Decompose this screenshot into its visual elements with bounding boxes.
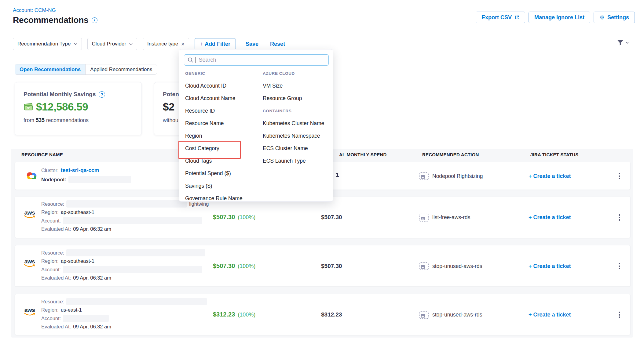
filter-option-resource-id[interactable]: Resource ID [185,105,261,117]
resource-label: Resource: [41,250,64,256]
table-row[interactable]: aws Resource: lightwing Region: ap-south… [15,196,631,238]
add-filter-button[interactable]: + Add Filter [195,38,236,50]
filter-option-vm-size[interactable]: VM Size [263,80,330,92]
broken-image-icon [419,214,429,222]
chip-label: Recommendation Type [17,41,71,47]
create-ticket-button[interactable]: + Create a ticket [529,263,571,269]
info-icon[interactable]: i [92,17,97,23]
tab-open-recommendations[interactable]: Open Recommendations [15,64,85,74]
filter-chip-recommendation-type[interactable]: Recommendation Type [13,38,82,50]
aws-wordmark: aws [24,210,35,215]
chevron-down-icon [74,43,77,45]
action-label: list-free-aws-rds [432,214,470,221]
dropdown-search[interactable] [184,54,329,66]
tab-applied-recommendations[interactable]: Applied Recommendations [85,64,157,74]
savings-value: $507.30 [213,214,235,221]
filter-option-cost-category[interactable]: Cost Category [185,142,261,155]
recommended-action: stop-unused-aws-rds [419,294,482,335]
nodepool-label: Nodepool: [41,177,66,183]
spend-amount: $2 [163,101,174,113]
filter-option-resource-group[interactable]: Resource Group [263,92,330,105]
row-menu-button[interactable] [617,310,621,319]
redacted-resource-value [66,298,207,305]
region-label: Region: [41,307,59,313]
monthly-spend-value: $507.30 [321,263,342,269]
row-menu-button[interactable] [617,213,621,222]
add-filter-dropdown: GENERIC Cloud Account ID Cloud Account N… [179,49,333,202]
close-icon[interactable]: × [181,41,185,47]
table-row[interactable]: aws Resource: Region: us-east-1 Account:… [15,294,631,335]
redacted-account-value [63,217,202,224]
recommended-action: Nodepool Rightsizing [419,162,483,190]
row-menu-button[interactable] [617,262,621,271]
table-row[interactable]: aws Resource: Region: ap-southeast-1 Acc… [15,245,631,287]
broken-image-icon [419,311,429,319]
account-label: Account: [41,316,61,321]
evaluated-at-value: 09 Apr, 06:32 am [73,226,111,232]
filter-option-cloud-account-id[interactable]: Cloud Account ID [185,80,261,92]
cluster-label: Cluster: [41,168,59,173]
funnel-icon [617,40,624,46]
page-title: Recommendations [13,15,89,25]
aws-icon: aws [23,259,36,268]
manage-ignore-list-label: Manage Ignore List [534,14,584,21]
savings-percent: (100%) [238,263,255,269]
redacted-nodepool-value [68,176,131,183]
settings-button[interactable]: ⚙ Settings [594,12,635,23]
filter-option-resource-name[interactable]: Resource Name [185,117,261,130]
recommendations-page: Account: CCM-NG Recommendations i Export… [0,0,644,340]
chevron-down-icon [129,43,133,45]
filter-option-savings[interactable]: Savings ($) [185,180,261,192]
broken-image-icon [419,172,429,180]
account-label: Account: [41,267,61,273]
reset-button[interactable]: Reset [270,41,285,47]
savings-subtitle: from 535 recommendations [24,117,89,124]
spend-value-partial: 1 [336,172,339,178]
filter-option-kubernetes-namespace[interactable]: Kubernetes Namespace [263,130,330,142]
export-csv-label: Export CSV [481,14,512,21]
create-ticket-button[interactable]: + Create a ticket [529,214,571,221]
create-ticket-button[interactable]: + Create a ticket [529,312,571,318]
resource-label: Resource: [41,299,64,305]
cluster-name-link[interactable]: test-sri-qa-ccm [61,167,99,174]
help-icon[interactable]: ? [99,91,105,98]
search-input[interactable] [198,56,325,63]
filter-option-cloud-account-name[interactable]: Cloud Account Name [185,92,261,105]
card-title: Poten [163,91,179,98]
create-ticket-button[interactable]: + Create a ticket [529,173,571,179]
evaluated-at-label: Evaluated At: [41,226,71,232]
filter-option-ecs-cluster-name[interactable]: ECS Cluster Name [263,142,330,155]
region-value: ap-southeast-1 [61,209,94,215]
region-value: ap-southeast-1 [61,258,94,264]
export-csv-button[interactable]: Export CSV [476,12,525,23]
save-button[interactable]: Save [246,41,258,47]
manage-ignore-list-button[interactable]: Manage Ignore List [529,12,590,23]
aws-icon: aws [23,307,36,316]
region-value: us-east-1 [61,307,82,313]
breadcrumb[interactable]: Account: CCM-NG [13,7,56,13]
text-cursor [196,57,196,63]
filter-option-cloud-tags[interactable]: Cloud Tags [185,155,261,167]
row-menu-button[interactable] [617,172,621,181]
column-header-resource-name: RESOURCE NAME [21,152,63,157]
aws-wordmark: aws [24,307,35,313]
savings-amount: $12,586.59 [36,101,88,113]
filter-option-kubernetes-cluster-name[interactable]: Kubernetes Cluster Name [263,117,330,130]
resource-label: Resource: [41,201,64,207]
filter-chip-cloud-provider[interactable]: Cloud Provider [87,38,137,50]
account-label: Account: [41,218,61,224]
savings-percent: (100%) [238,214,255,221]
evaluated-at-value: 09 Apr, 06:32 am [73,275,111,281]
action-label: stop-unused-aws-rds [432,312,482,318]
filter-option-governance-rule-name[interactable]: Governance Rule Name [185,192,261,205]
filter-option-region[interactable]: Region [185,130,261,142]
recommended-action: stop-unused-aws-rds [419,245,482,287]
redacted-account-value [63,315,109,322]
filter-option-potential-spend[interactable]: Potential Spend ($) [185,167,261,180]
savings-percent: (100%) [238,312,255,318]
filter-chip-instance-type[interactable]: Instance type × [143,38,189,50]
filter-menu-button[interactable] [617,40,629,46]
aws-wordmark: aws [24,259,35,264]
external-link-icon [514,15,519,20]
filter-option-ecs-launch-type[interactable]: ECS Launch Type [263,155,330,167]
